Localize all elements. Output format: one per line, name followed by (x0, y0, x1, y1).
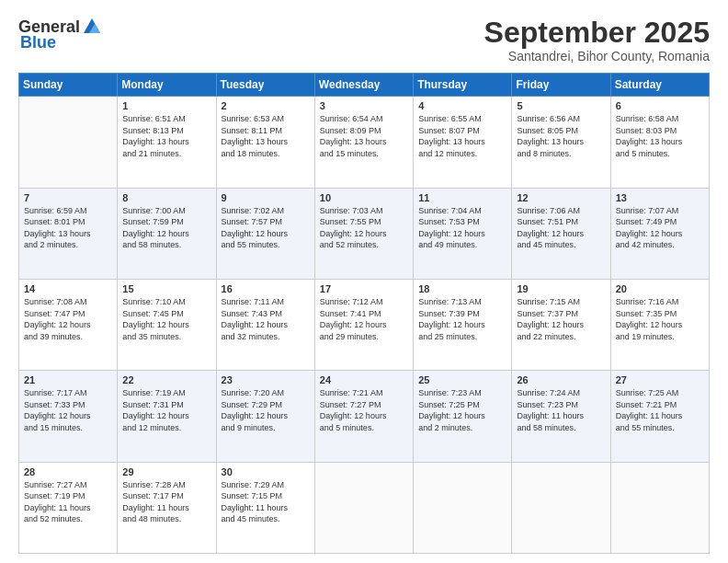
day-number: 13 (616, 192, 704, 203)
calendar-table: SundayMondayTuesdayWednesdayThursdayFrid… (18, 73, 710, 554)
calendar-cell: 1Sunrise: 6:51 AM Sunset: 8:13 PM Daylig… (118, 97, 216, 188)
calendar-cell: 15Sunrise: 7:10 AM Sunset: 7:45 PM Dayli… (118, 279, 216, 370)
day-number: 17 (320, 283, 408, 294)
day-info: Sunrise: 7:16 AM Sunset: 7:35 PM Dayligh… (616, 296, 704, 342)
calendar-cell: 23Sunrise: 7:20 AM Sunset: 7:29 PM Dayli… (216, 371, 314, 462)
page: General Blue September 2025 Santandrei, … (0, 0, 728, 563)
day-number: 10 (320, 192, 408, 203)
day-number: 19 (517, 283, 605, 294)
calendar-cell: 28Sunrise: 7:27 AM Sunset: 7:19 PM Dayli… (19, 462, 118, 553)
day-number: 6 (616, 100, 704, 111)
day-number: 29 (122, 466, 210, 477)
title-block: September 2025 Santandrei, Bihor County,… (484, 17, 710, 63)
calendar-cell (314, 462, 413, 553)
day-number: 11 (418, 192, 506, 203)
day-number: 1 (122, 100, 210, 111)
calendar-week-row: 21Sunrise: 7:17 AM Sunset: 7:33 PM Dayli… (19, 371, 710, 462)
day-info: Sunrise: 7:03 AM Sunset: 7:55 PM Dayligh… (320, 205, 408, 251)
day-info: Sunrise: 7:15 AM Sunset: 7:37 PM Dayligh… (517, 296, 605, 342)
calendar-day-header: Sunday (19, 74, 118, 97)
day-info: Sunrise: 6:58 AM Sunset: 8:03 PM Dayligh… (616, 113, 704, 159)
day-number: 15 (122, 283, 210, 294)
day-info: Sunrise: 7:04 AM Sunset: 7:53 PM Dayligh… (418, 205, 506, 251)
day-info: Sunrise: 7:25 AM Sunset: 7:21 PM Dayligh… (616, 387, 704, 433)
calendar-cell: 30Sunrise: 7:29 AM Sunset: 7:15 PM Dayli… (216, 462, 314, 553)
calendar-cell: 18Sunrise: 7:13 AM Sunset: 7:39 PM Dayli… (414, 279, 512, 370)
logo-icon (82, 17, 102, 37)
calendar-day-header: Monday (118, 74, 216, 97)
calendar-cell: 21Sunrise: 7:17 AM Sunset: 7:33 PM Dayli… (19, 371, 118, 462)
logo-blue-text: Blue (18, 33, 56, 52)
day-info: Sunrise: 7:20 AM Sunset: 7:29 PM Dayligh… (222, 387, 310, 433)
day-number: 26 (517, 374, 605, 385)
calendar-cell: 7Sunrise: 6:59 AM Sunset: 8:01 PM Daylig… (19, 188, 118, 279)
day-info: Sunrise: 7:23 AM Sunset: 7:25 PM Dayligh… (418, 387, 506, 433)
day-number: 25 (418, 374, 506, 385)
day-number: 7 (24, 192, 112, 203)
calendar-cell: 10Sunrise: 7:03 AM Sunset: 7:55 PM Dayli… (314, 188, 413, 279)
day-number: 22 (122, 374, 210, 385)
day-number: 16 (222, 283, 310, 294)
day-info: Sunrise: 7:21 AM Sunset: 7:27 PM Dayligh… (320, 387, 408, 433)
day-info: Sunrise: 7:08 AM Sunset: 7:47 PM Dayligh… (24, 296, 112, 342)
day-number: 4 (418, 100, 506, 111)
calendar-cell: 4Sunrise: 6:55 AM Sunset: 8:07 PM Daylig… (414, 97, 512, 188)
calendar-cell: 19Sunrise: 7:15 AM Sunset: 7:37 PM Dayli… (512, 279, 610, 370)
day-info: Sunrise: 6:55 AM Sunset: 8:07 PM Dayligh… (418, 113, 506, 159)
day-number: 8 (122, 192, 210, 203)
day-info: Sunrise: 7:00 AM Sunset: 7:59 PM Dayligh… (122, 205, 210, 251)
calendar-cell: 6Sunrise: 6:58 AM Sunset: 8:03 PM Daylig… (610, 97, 709, 188)
calendar-week-row: 28Sunrise: 7:27 AM Sunset: 7:19 PM Dayli… (19, 462, 710, 553)
day-number: 14 (24, 283, 112, 294)
day-number: 21 (24, 374, 112, 385)
calendar-cell: 8Sunrise: 7:00 AM Sunset: 7:59 PM Daylig… (118, 188, 216, 279)
calendar-cell: 2Sunrise: 6:53 AM Sunset: 8:11 PM Daylig… (216, 97, 314, 188)
month-title: September 2025 (484, 17, 710, 49)
day-info: Sunrise: 7:19 AM Sunset: 7:31 PM Dayligh… (122, 387, 210, 433)
day-number: 12 (517, 192, 605, 203)
calendar-cell: 26Sunrise: 7:24 AM Sunset: 7:23 PM Dayli… (512, 371, 610, 462)
day-number: 28 (24, 466, 112, 477)
day-info: Sunrise: 7:27 AM Sunset: 7:19 PM Dayligh… (24, 479, 112, 525)
calendar-day-header: Tuesday (216, 74, 314, 97)
calendar-day-header: Friday (512, 74, 610, 97)
day-info: Sunrise: 7:02 AM Sunset: 7:57 PM Dayligh… (222, 205, 310, 251)
calendar-day-header: Thursday (414, 74, 512, 97)
day-number: 20 (616, 283, 704, 294)
day-info: Sunrise: 7:07 AM Sunset: 7:49 PM Dayligh… (616, 205, 704, 251)
day-info: Sunrise: 7:13 AM Sunset: 7:39 PM Dayligh… (418, 296, 506, 342)
calendar-cell: 3Sunrise: 6:54 AM Sunset: 8:09 PM Daylig… (314, 97, 413, 188)
header: General Blue September 2025 Santandrei, … (18, 17, 710, 63)
day-number: 9 (222, 192, 310, 203)
calendar-cell: 12Sunrise: 7:06 AM Sunset: 7:51 PM Dayli… (512, 188, 610, 279)
day-number: 5 (517, 100, 605, 111)
calendar-cell: 29Sunrise: 7:28 AM Sunset: 7:17 PM Dayli… (118, 462, 216, 553)
day-number: 30 (222, 466, 310, 477)
calendar-header-row: SundayMondayTuesdayWednesdayThursdayFrid… (19, 74, 710, 97)
day-number: 24 (320, 374, 408, 385)
calendar-cell (512, 462, 610, 553)
calendar-cell (414, 462, 512, 553)
day-info: Sunrise: 7:28 AM Sunset: 7:17 PM Dayligh… (122, 479, 210, 525)
day-info: Sunrise: 7:11 AM Sunset: 7:43 PM Dayligh… (222, 296, 310, 342)
day-info: Sunrise: 6:53 AM Sunset: 8:11 PM Dayligh… (222, 113, 310, 159)
calendar-cell (19, 97, 118, 188)
day-info: Sunrise: 7:17 AM Sunset: 7:33 PM Dayligh… (24, 387, 112, 433)
day-number: 2 (222, 100, 310, 111)
calendar-day-header: Wednesday (314, 74, 413, 97)
calendar-week-row: 7Sunrise: 6:59 AM Sunset: 8:01 PM Daylig… (19, 188, 710, 279)
calendar-day-header: Saturday (610, 74, 709, 97)
day-info: Sunrise: 6:59 AM Sunset: 8:01 PM Dayligh… (24, 205, 112, 251)
day-info: Sunrise: 7:29 AM Sunset: 7:15 PM Dayligh… (222, 479, 310, 525)
calendar-week-row: 14Sunrise: 7:08 AM Sunset: 7:47 PM Dayli… (19, 279, 710, 370)
calendar-cell: 16Sunrise: 7:11 AM Sunset: 7:43 PM Dayli… (216, 279, 314, 370)
day-info: Sunrise: 6:51 AM Sunset: 8:13 PM Dayligh… (122, 113, 210, 159)
calendar-cell: 17Sunrise: 7:12 AM Sunset: 7:41 PM Dayli… (314, 279, 413, 370)
calendar-cell: 27Sunrise: 7:25 AM Sunset: 7:21 PM Dayli… (610, 371, 709, 462)
day-info: Sunrise: 6:56 AM Sunset: 8:05 PM Dayligh… (517, 113, 605, 159)
calendar-cell: 11Sunrise: 7:04 AM Sunset: 7:53 PM Dayli… (414, 188, 512, 279)
calendar-cell: 9Sunrise: 7:02 AM Sunset: 7:57 PM Daylig… (216, 188, 314, 279)
day-info: Sunrise: 7:12 AM Sunset: 7:41 PM Dayligh… (320, 296, 408, 342)
day-info: Sunrise: 7:24 AM Sunset: 7:23 PM Dayligh… (517, 387, 605, 433)
calendar-cell: 25Sunrise: 7:23 AM Sunset: 7:25 PM Dayli… (414, 371, 512, 462)
